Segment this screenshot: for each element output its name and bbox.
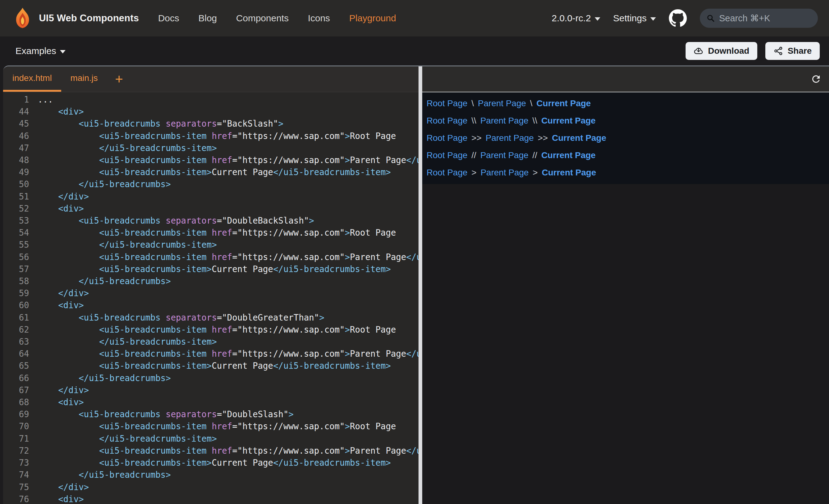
line-number: 57 (3, 263, 29, 275)
nav-link-blog[interactable]: Blog (199, 13, 217, 24)
breadcrumb-link[interactable]: Parent Page (485, 133, 534, 143)
breadcrumbs-row: Root Page\Parent Page\Current Page (427, 95, 829, 112)
line-number: 59 (3, 287, 29, 299)
code-line: 50 </ui5-breadcrumbs> (3, 178, 419, 190)
code-line: 57 <ui5-breadcrumbs-item>Current Page</u… (3, 263, 419, 275)
code-line: 52 <div> (3, 203, 419, 215)
search-icon (707, 13, 715, 23)
chevron-down-icon (595, 17, 600, 21)
download-label: Download (708, 46, 749, 56)
code-text: <ui5-breadcrumbs-item>Current Page</ui5-… (38, 263, 391, 275)
breadcrumb-link[interactable]: Parent Page (480, 116, 529, 126)
code-text: </div> (38, 191, 89, 203)
chevron-down-icon (60, 50, 66, 53)
line-number: 49 (3, 166, 29, 178)
examples-dropdown[interactable]: Examples (15, 46, 66, 56)
breadcrumb-separator: \\ (471, 116, 476, 126)
line-number: 54 (3, 227, 29, 239)
settings-dropdown[interactable]: Settings (613, 13, 656, 24)
breadcrumb-separator: \\ (533, 116, 538, 126)
download-button[interactable]: Download (686, 42, 757, 60)
breadcrumb-link[interactable]: Root Page (427, 168, 467, 178)
examples-label: Examples (15, 46, 56, 56)
line-number: 44 (3, 106, 29, 118)
brand-title: UI5 Web Components (39, 13, 139, 24)
code-line: 69 <ui5-breadcrumbs separators="DoubleSl… (3, 408, 419, 420)
breadcrumb-link[interactable]: Current Page (537, 99, 591, 108)
code-text: </ui5-breadcrumbs-item> (38, 336, 217, 348)
code-text: </ui5-breadcrumbs-item> (38, 433, 217, 445)
nav-link-icons[interactable]: Icons (308, 13, 330, 24)
breadcrumb-separator: >> (471, 133, 481, 143)
code-line: 74 </ui5-breadcrumbs> (3, 469, 419, 481)
code-area[interactable]: 1...44 <div>45 <ui5-breadcrumbs separato… (3, 92, 419, 504)
nav-links: DocsBlogComponentsIconsPlayground (158, 13, 396, 24)
line-number: 72 (3, 445, 29, 457)
code-text: </div> (38, 384, 89, 396)
breadcrumb-link[interactable]: Parent Page (478, 99, 526, 108)
code-text: <ui5-breadcrumbs-item href="https://www.… (38, 420, 396, 432)
code-text: <div> (38, 299, 84, 311)
add-tab-button[interactable]: + (107, 66, 131, 92)
breadcrumb-link[interactable]: Current Page (541, 150, 596, 160)
pane-resize-handle[interactable] (419, 66, 422, 504)
code-line: 55 </ui5-breadcrumbs-item> (3, 239, 419, 251)
code-text: </ui5-breadcrumbs> (38, 178, 171, 190)
toolbar-actions: Download Share (686, 42, 820, 60)
code-line: 66 </ui5-breadcrumbs> (3, 372, 419, 384)
breadcrumb-separator: // (471, 150, 476, 160)
search-input[interactable] (719, 13, 811, 24)
search-box[interactable] (700, 9, 818, 28)
code-line: 67 </div> (3, 384, 419, 396)
breadcrumb-link[interactable]: Root Page (427, 116, 467, 126)
code-editor-pane: index.html main.js + 1...44 <div>45 <ui5… (3, 66, 419, 504)
brand[interactable]: UI5 Web Components (12, 7, 139, 29)
line-number: 1 (3, 93, 29, 106)
nav-link-components[interactable]: Components (236, 13, 289, 24)
version-label: 2.0.0-rc.2 (552, 13, 591, 24)
version-dropdown[interactable]: 2.0.0-rc.2 (552, 13, 600, 24)
breadcrumb-link[interactable]: Root Page (427, 99, 467, 108)
share-button[interactable]: Share (765, 42, 820, 60)
code-text: <ui5-breadcrumbs-item href="https://www.… (38, 251, 419, 263)
nav-link-docs[interactable]: Docs (158, 13, 179, 24)
breadcrumb-link[interactable]: Current Page (541, 116, 596, 126)
github-icon[interactable] (669, 9, 687, 27)
settings-label: Settings (613, 13, 647, 24)
code-line: 63 </ui5-breadcrumbs-item> (3, 336, 419, 348)
line-number: 64 (3, 348, 29, 360)
code-text: <div> (38, 203, 84, 215)
breadcrumb-separator: \ (471, 99, 474, 108)
breadcrumb-link[interactable]: Root Page (427, 150, 467, 160)
code-text: </ui5-breadcrumbs-item> (38, 142, 217, 154)
code-line: 1... (3, 93, 419, 106)
line-number: 55 (3, 239, 29, 251)
line-number: 61 (3, 312, 29, 324)
tab-index-html[interactable]: index.html (3, 66, 61, 92)
code-text: ... (38, 93, 53, 106)
top-navigation: UI5 Web Components DocsBlogComponentsIco… (0, 0, 829, 36)
code-text: <ui5-breadcrumbs-item href="https://www.… (38, 324, 396, 336)
playground-container: index.html main.js + 1...44 <div>45 <ui5… (3, 66, 829, 504)
code-line: 48 <ui5-breadcrumbs-item href="https://w… (3, 154, 419, 166)
breadcrumb-link[interactable]: Parent Page (480, 150, 529, 160)
breadcrumbs-row: Root Page\\Parent Page\\Current Page (427, 112, 829, 129)
code-text: <ui5-breadcrumbs separators="DoubleGreat… (38, 312, 324, 324)
breadcrumbs-row: Root Page//Parent Page//Current Page (427, 147, 829, 164)
nav-link-playground[interactable]: Playground (349, 13, 396, 24)
code-line: 45 <ui5-breadcrumbs separators="BackSlas… (3, 118, 419, 130)
breadcrumb-link[interactable]: Current Page (552, 133, 606, 143)
code-text: <div> (38, 493, 84, 504)
breadcrumb-link[interactable]: Current Page (542, 168, 596, 178)
line-number: 47 (3, 142, 29, 154)
refresh-icon[interactable] (810, 74, 822, 85)
code-text: <ui5-breadcrumbs-item>Current Page</ui5-… (38, 166, 391, 178)
code-text: <div> (38, 106, 84, 118)
breadcrumb-link[interactable]: Root Page (427, 133, 467, 143)
breadcrumb-link[interactable]: Parent Page (481, 168, 529, 178)
code-text: <div> (38, 396, 84, 408)
line-number: 69 (3, 408, 29, 420)
share-label: Share (788, 46, 812, 56)
code-text: <ui5-breadcrumbs-item>Current Page</ui5-… (38, 360, 391, 372)
tab-main-js[interactable]: main.js (61, 66, 107, 92)
